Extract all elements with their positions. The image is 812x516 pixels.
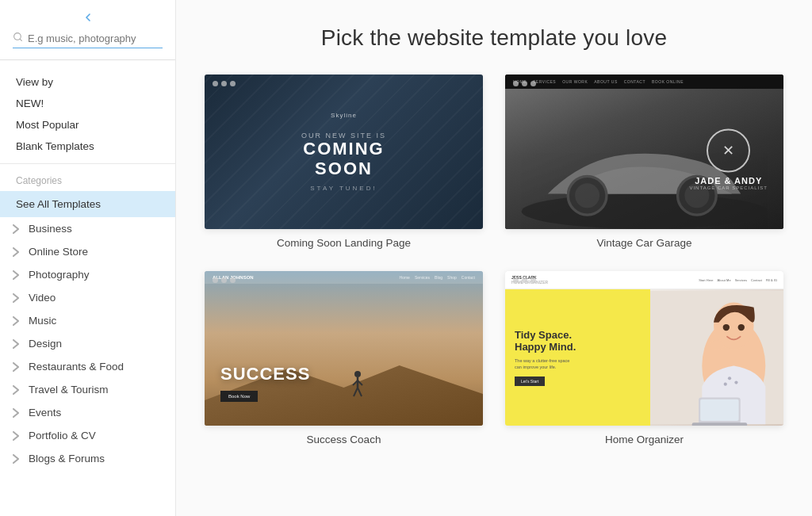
sidebar-item-business[interactable]: Business [0, 217, 175, 240]
svg-point-17 [734, 380, 737, 384]
browser-dots [213, 277, 236, 283]
svg-line-12 [358, 388, 362, 396]
category-label-design: Design [29, 338, 62, 350]
vc-image: ✕ JADE & ANDY Vintage Car Specialist [505, 89, 783, 229]
template-label-coming-soon: Coming Soon Landing Page [277, 237, 411, 249]
sc-nav: ALLAN JOHNSON HomeServicesBlogShopContac… [205, 271, 483, 284]
sidebar-item-new[interactable]: NEW! [0, 93, 175, 114]
template-label-success-coach: Success Coach [307, 434, 381, 445]
sidebar-item-online-store[interactable]: Online Store [0, 240, 175, 263]
search-icon [13, 32, 23, 44]
ho-body: Tidy Space.Happy Mind. The way a clutter… [505, 289, 783, 426]
chevron-right-icon [13, 247, 24, 258]
chevron-right-icon [13, 430, 24, 441]
svg-line-11 [354, 388, 358, 396]
svg-line-1 [20, 39, 21, 40]
sidebar-item-blogs-forums[interactable]: Blogs & Forums [0, 447, 175, 470]
sidebar-item-restaurants-food[interactable]: Restaurants & Food [0, 355, 175, 378]
sidebar-item-most-popular[interactable]: Most Popular [0, 114, 175, 136]
see-all-templates[interactable]: See All Templates [0, 191, 175, 217]
back-button[interactable] [0, 0, 175, 32]
sidebar-item-video[interactable]: Video [0, 286, 175, 309]
browser-dots [513, 277, 536, 283]
sidebar-item-blank-templates[interactable]: Blank Templates [0, 136, 175, 157]
templates-grid: Skyline Our New Site Is COMING SOON Stay… [205, 75, 783, 445]
category-label-restaurants-food: Restaurants & Food [29, 361, 124, 373]
svg-point-21 [737, 324, 744, 331]
template-card-vintage-car[interactable]: HOMESERVICESOUR WORKABOUT USCONTACTBOOK … [505, 75, 783, 249]
ho-left: Tidy Space.Happy Mind. The way a clutter… [505, 289, 650, 426]
sidebar-nav: View by NEW! Most Popular Blank Template… [0, 60, 175, 164]
chevron-right-icon [13, 384, 24, 396]
page-title: Pick the website template you love [205, 25, 783, 51]
category-label-travel-tourism: Travel & Tourism [29, 384, 109, 396]
browser-dots [213, 81, 236, 86]
svg-point-7 [354, 371, 361, 377]
vc-overlay: ✕ JADE & ANDY Vintage Car Specialist [689, 128, 768, 189]
sidebar-item-photography[interactable]: Photography [0, 263, 175, 286]
template-thumbnail-success-coach: ALLAN JOHNSON HomeServicesBlogShopContac… [205, 271, 483, 426]
sidebar-item-view-by[interactable]: View by [0, 71, 175, 93]
template-thumbnail-vintage-car: HOMESERVICESOUR WORKABOUT USCONTACTBOOK … [505, 75, 783, 229]
browser-dots [513, 81, 536, 86]
category-label-online-store: Online Store [29, 246, 88, 258]
template-card-home-organizer[interactable]: JESS CLARKHOME ORGANIZER Start HereAbout… [505, 271, 783, 445]
svg-point-2 [522, 194, 768, 229]
category-label-portfolio-cv: Portfolio & CV [29, 430, 96, 441]
template-label-vintage-car: Vintage Car Garage [597, 237, 692, 249]
ho-right [650, 289, 783, 426]
chevron-right-icon [13, 338, 24, 350]
svg-rect-24 [691, 422, 746, 426]
chevron-right-icon [13, 315, 24, 327]
cs-logo: Skyline [331, 112, 357, 119]
chevron-right-icon [13, 269, 24, 281]
svg-point-16 [727, 376, 730, 380]
category-label-photography: Photography [29, 269, 90, 281]
template-thumbnail-home-organizer: JESS CLARKHOME ORGANIZER Start HereAbout… [505, 271, 783, 426]
main-content: Pick the website template you love Skyli… [176, 0, 812, 516]
search-wrapper [13, 32, 163, 48]
svg-rect-23 [700, 399, 738, 421]
category-label-music: Music [29, 315, 56, 327]
chevron-right-icon [13, 224, 24, 235]
sidebar-item-events[interactable]: Events [0, 401, 175, 424]
sidebar-item-music[interactable]: Music [0, 309, 175, 332]
svg-point-18 [723, 383, 726, 386]
category-label-video: Video [29, 292, 56, 304]
category-label-events: Events [29, 407, 61, 419]
svg-point-4 [575, 183, 599, 208]
chevron-right-icon [13, 453, 24, 464]
svg-point-19 [710, 340, 723, 350]
category-label-blogs-forums: Blogs & Forums [29, 453, 105, 464]
svg-point-20 [722, 324, 729, 331]
template-card-coming-soon[interactable]: Skyline Our New Site Is COMING SOON Stay… [205, 75, 483, 249]
search-input[interactable] [28, 32, 163, 44]
sidebar-item-design[interactable]: Design [0, 332, 175, 355]
sc-content: SUCCESS Book Now [205, 365, 326, 426]
sidebar-item-portfolio-cv[interactable]: Portfolio & CV [0, 424, 175, 447]
ho-nav: JESS CLARKHOME ORGANIZER Start HereAbout… [505, 271, 783, 289]
chevron-right-icon [13, 361, 24, 373]
search-section [0, 32, 175, 60]
template-thumbnail-coming-soon: Skyline Our New Site Is COMING SOON Stay… [205, 75, 483, 229]
template-label-home-organizer: Home Organizer [605, 434, 684, 445]
sidebar: View by NEW! Most Popular Blank Template… [0, 0, 176, 516]
category-label-business: Business [29, 223, 72, 235]
vc-nav: HOMESERVICESOUR WORKABOUT USCONTACTBOOK … [505, 75, 783, 89]
cs-text: Our New Site Is COMING SOON Stay Tuned! [301, 132, 386, 191]
chevron-right-icon [13, 407, 24, 419]
categories-label: Categories [0, 164, 175, 191]
chevron-right-icon [13, 292, 24, 304]
sidebar-item-travel-tourism[interactable]: Travel & Tourism [0, 378, 175, 401]
template-card-success-coach[interactable]: ALLAN JOHNSON HomeServicesBlogShopContac… [205, 271, 483, 445]
